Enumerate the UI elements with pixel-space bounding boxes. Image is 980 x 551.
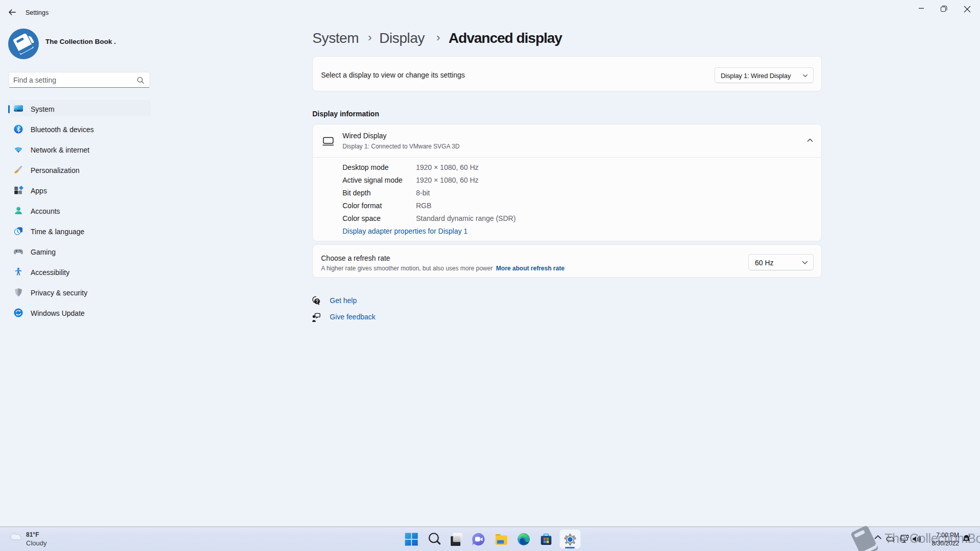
svg-text:123: 123 [965,538,968,540]
svg-text:z: z [969,534,971,537]
